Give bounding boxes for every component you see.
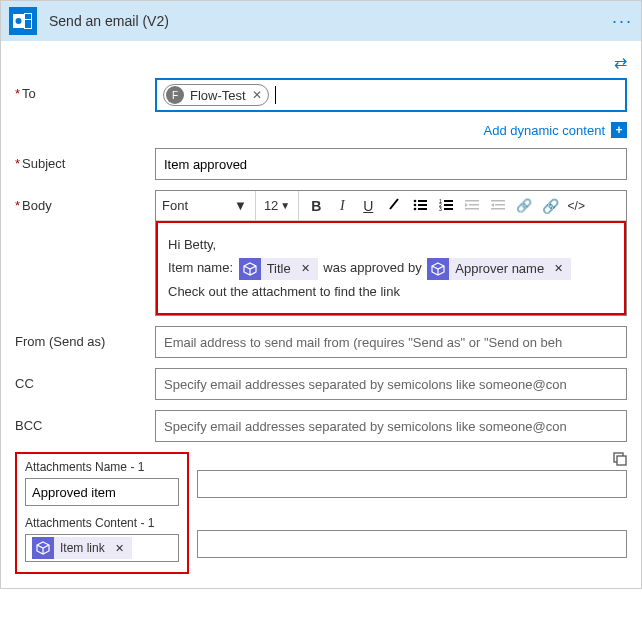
subject-input[interactable] — [155, 148, 627, 180]
field-row-cc: CC — [15, 368, 627, 400]
bold-button[interactable]: B — [307, 198, 325, 214]
svg-point-9 — [414, 207, 417, 210]
to-label: *To — [15, 78, 155, 101]
svg-rect-6 — [418, 200, 427, 202]
attachment-name-label: Attachments Name - 1 — [25, 460, 179, 474]
svg-point-4 — [16, 18, 22, 24]
outlook-icon — [9, 7, 37, 35]
dynamic-token-approver[interactable]: Approver name ✕ — [427, 258, 571, 280]
outdent-button[interactable] — [463, 198, 481, 214]
cc-label: CC — [15, 368, 155, 391]
code-view-button[interactable]: </> — [567, 199, 585, 213]
unlink-button[interactable]: 🔗 — [541, 198, 559, 214]
field-row-bcc: BCC — [15, 410, 627, 442]
attachment-name-input[interactable] — [25, 478, 179, 506]
svg-rect-19 — [465, 208, 479, 210]
text-caret — [275, 86, 276, 104]
remove-recipient-icon[interactable]: ✕ — [252, 88, 262, 102]
numbered-list-button[interactable]: 123 — [437, 198, 455, 214]
card-body: ⇄ *To F Flow-Test ✕ Add dynamic content … — [1, 41, 641, 588]
chevron-down-icon: ▼ — [234, 198, 247, 213]
dynamic-token-title[interactable]: Title ✕ — [239, 258, 318, 280]
body-line: Item name: Title ✕ was approved by — [168, 256, 614, 280]
body-label: *Body — [15, 190, 155, 213]
bullet-list-button[interactable] — [411, 198, 429, 214]
add-dynamic-content-button[interactable]: + — [611, 122, 627, 138]
attachments-row: Attachments Name - 1 Attachments Content… — [15, 452, 627, 574]
remove-token-icon[interactable]: ✕ — [550, 259, 567, 279]
font-picker[interactable]: Font▼ — [162, 191, 256, 220]
chevron-down-icon: ▼ — [280, 200, 290, 211]
svg-rect-16 — [444, 208, 453, 210]
svg-text:3: 3 — [439, 206, 442, 211]
more-menu-button[interactable]: ··· — [612, 11, 633, 32]
switch-mode-icon[interactable] — [613, 453, 627, 469]
from-label: From (Send as) — [15, 326, 155, 349]
attachments-highlight: Attachments Name - 1 Attachments Content… — [15, 452, 189, 574]
field-row-to: *To F Flow-Test ✕ — [15, 78, 627, 112]
svg-point-5 — [414, 199, 417, 202]
card-title: Send an email (V2) — [49, 13, 169, 29]
remove-token-icon[interactable]: ✕ — [297, 259, 314, 279]
dynamic-content-row: Add dynamic content + — [15, 122, 627, 138]
svg-rect-3 — [25, 20, 31, 28]
body-content[interactable]: Hi Betty, Item name: Title ✕ was approve… — [156, 221, 626, 315]
subject-label: *Subject — [15, 148, 155, 171]
color-button[interactable] — [385, 197, 403, 214]
remove-token-icon[interactable]: ✕ — [111, 542, 128, 555]
attachment-name-input-ext[interactable] — [197, 470, 627, 498]
svg-rect-18 — [469, 204, 479, 206]
add-dynamic-content-link[interactable]: Add dynamic content — [484, 123, 605, 138]
indent-button[interactable] — [489, 198, 507, 214]
card-header: Send an email (V2) ··· — [1, 1, 641, 41]
attachment-content-input-ext[interactable] — [197, 530, 627, 558]
underline-button[interactable]: U — [359, 198, 377, 214]
bcc-label: BCC — [15, 410, 155, 433]
svg-rect-8 — [418, 204, 427, 206]
field-row-subject: *Subject — [15, 148, 627, 180]
svg-rect-10 — [418, 208, 427, 210]
avatar: F — [166, 86, 184, 104]
link-button[interactable]: 🔗 — [515, 198, 533, 213]
svg-rect-21 — [495, 204, 505, 206]
body-editor: Font▼ 12▼ B I U — [155, 190, 627, 316]
field-row-body: *Body Font▼ 12▼ B I U — [15, 190, 627, 316]
svg-rect-12 — [444, 200, 453, 202]
italic-button[interactable]: I — [333, 198, 351, 214]
swap-icon[interactable]: ⇄ — [614, 54, 627, 71]
svg-point-7 — [414, 203, 417, 206]
attachment-content-label: Attachments Content - 1 — [25, 516, 179, 530]
svg-rect-2 — [25, 14, 31, 19]
recipient-chip[interactable]: F Flow-Test ✕ — [163, 84, 269, 106]
field-row-from: From (Send as) — [15, 326, 627, 358]
svg-rect-22 — [491, 208, 505, 210]
body-line: Hi Betty, — [168, 233, 614, 256]
action-card: Send an email (V2) ··· ⇄ *To F Flow-Test… — [0, 0, 642, 589]
to-input[interactable]: F Flow-Test ✕ — [155, 78, 627, 112]
svg-rect-14 — [444, 204, 453, 206]
token-icon — [427, 258, 449, 280]
cc-input[interactable] — [155, 368, 627, 400]
svg-rect-17 — [465, 200, 479, 202]
font-size-picker[interactable]: 12▼ — [264, 191, 299, 220]
token-icon — [239, 258, 261, 280]
svg-rect-20 — [491, 200, 505, 202]
attachment-content-input[interactable]: Item link ✕ — [25, 534, 179, 562]
from-input[interactable] — [155, 326, 627, 358]
svg-rect-24 — [617, 456, 626, 465]
body-line: Check out the attachment to find the lin… — [168, 280, 614, 303]
bcc-input[interactable] — [155, 410, 627, 442]
dynamic-token-itemlink[interactable]: Item link ✕ — [32, 537, 132, 559]
recipient-name: Flow-Test — [190, 88, 246, 103]
editor-toolbar: Font▼ 12▼ B I U — [156, 191, 626, 221]
token-icon — [32, 537, 54, 559]
